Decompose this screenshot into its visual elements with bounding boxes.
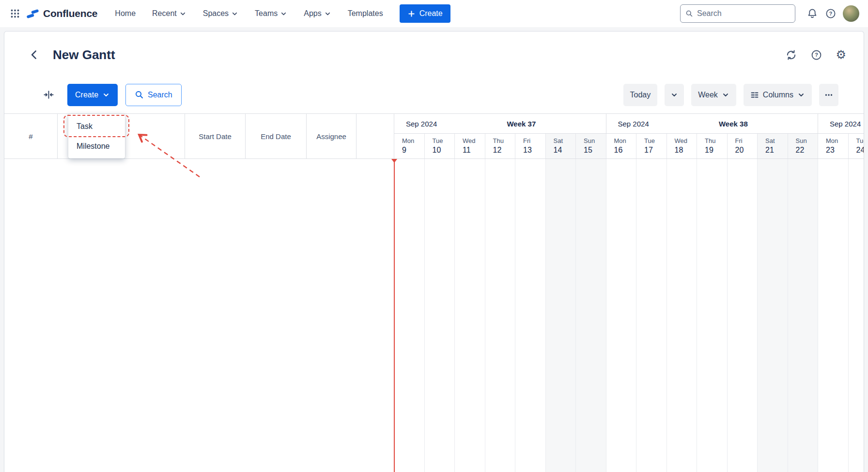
search-icon <box>685 9 693 18</box>
view-mode-button[interactable]: Week <box>691 84 736 106</box>
help-icon: ? <box>810 49 822 61</box>
timeline-body-column <box>485 159 516 472</box>
confluence-brand[interactable]: Confluence <box>26 7 97 20</box>
chevron-down-icon <box>231 10 238 17</box>
timeline-day-mon-9: Mon9 <box>394 134 425 158</box>
timeline-day-row: Mon9Tue10Wed11Thu12Fri13Sat14Sun15Mon16T… <box>394 134 864 159</box>
nav-item-templates[interactable]: Templates <box>348 9 383 18</box>
page-header: New Gantt ? ⚙ <box>4 44 864 65</box>
search-button-label: Search <box>148 91 172 99</box>
more-options-button[interactable] <box>819 84 838 106</box>
column-header-assignee: Assignee <box>307 114 356 158</box>
day-number: 10 <box>433 146 455 155</box>
page-header-actions: ? ⚙ <box>785 49 846 61</box>
day-name: Wed <box>675 137 697 144</box>
day-name: Thu <box>493 137 515 144</box>
day-name: Tue <box>644 137 666 144</box>
day-number: 12 <box>493 146 515 155</box>
collapse-columns-button[interactable] <box>38 84 59 106</box>
timeline-week-label: Week 38 <box>649 120 818 128</box>
nav-item-label: Templates <box>348 9 383 18</box>
timeline-day-wed-18: Wed18 <box>667 134 698 158</box>
nav-item-home[interactable]: Home <box>115 9 136 18</box>
timeline-day-mon-16: Mon16 <box>606 134 637 158</box>
timeline-month-label: Sep 2024 <box>406 120 437 128</box>
timeline-month-label: Sep 2024 <box>618 120 649 128</box>
day-name: Tue <box>433 137 455 144</box>
day-name: Fri <box>735 137 758 144</box>
search-icon <box>135 90 144 99</box>
day-number: 9 <box>402 146 424 155</box>
navigate-dropdown-button[interactable] <box>665 84 684 106</box>
timeline-body-column <box>455 159 485 472</box>
gantt-toolbar: Create Search Today Week Columns <box>4 83 864 106</box>
day-name: Fri <box>523 137 545 144</box>
nav-item-teams[interactable]: Teams <box>255 9 287 18</box>
create-button-label: Create <box>419 9 443 18</box>
timeline-body-column <box>636 159 667 472</box>
timeline-day-tue-17: Tue17 <box>636 134 667 158</box>
timeline-week-group: Sep 2024Week 38 <box>606 114 819 133</box>
timeline-body-column <box>697 159 728 472</box>
grid-header-columns: #Start DateEnd DateAssignee <box>4 114 394 159</box>
timeline-body-column <box>394 159 425 472</box>
collapse-columns-icon <box>43 89 54 100</box>
timeline-body-column <box>546 159 576 472</box>
back-button[interactable] <box>27 47 42 63</box>
search-tasks-button[interactable]: Search <box>125 84 182 106</box>
global-search-field[interactable] <box>680 4 795 23</box>
day-number: 13 <box>523 146 545 155</box>
day-number: 15 <box>584 146 606 155</box>
today-marker-line <box>394 159 395 472</box>
columns-label: Columns <box>763 91 793 99</box>
day-number: 19 <box>705 146 727 155</box>
settings-button[interactable]: ⚙ <box>836 49 846 61</box>
column-header-start-date: Start Date <box>185 114 246 158</box>
create-menu: TaskMilestone <box>68 114 125 158</box>
menu-item-milestone[interactable]: Milestone <box>68 136 125 156</box>
page-help-button[interactable]: ? <box>810 49 822 61</box>
columns-list-icon <box>750 91 759 99</box>
user-avatar[interactable] <box>843 5 859 22</box>
day-name: Mon <box>826 137 848 144</box>
notifications-button[interactable] <box>803 4 822 23</box>
timeline-day-sat-14: Sat14 <box>546 134 576 158</box>
column-header-#: # <box>4 114 58 158</box>
plus-icon <box>407 10 416 18</box>
timeline-body-column <box>758 159 788 472</box>
timeline-body-column <box>606 159 637 472</box>
day-name: Mon <box>402 137 424 144</box>
global-search-input[interactable] <box>697 9 790 18</box>
day-number: 23 <box>826 146 848 155</box>
timeline-day-wed-11: Wed11 <box>455 134 485 158</box>
timeline-day-tue-10: Tue10 <box>425 134 455 158</box>
timeline-body-column <box>788 159 819 472</box>
create-item-label: Create <box>75 91 98 99</box>
create-item-button[interactable]: Create <box>67 84 118 106</box>
timeline-day-sat-21: Sat21 <box>758 134 788 158</box>
nav-item-apps[interactable]: Apps <box>304 9 331 18</box>
timeline-body-column <box>425 159 455 472</box>
today-marker-flag <box>391 159 397 163</box>
timeline-month-label: Sep 2024 <box>830 120 861 128</box>
chevron-down-icon <box>722 91 729 99</box>
toolbar-right-group: Today Week Columns <box>623 84 838 106</box>
gantt-chart-area: #Start DateEnd DateAssignee Sep 2024Week… <box>4 113 864 472</box>
chevron-left-icon <box>28 48 41 61</box>
menu-item-task[interactable]: Task <box>68 116 125 136</box>
nav-item-recent[interactable]: Recent <box>152 9 186 18</box>
view-mode-label: Week <box>698 91 718 99</box>
refresh-button[interactable] <box>785 49 797 61</box>
app-switcher-button[interactable] <box>7 5 23 22</box>
timeline-week-group: Sep 2024Week 37 <box>394 114 606 133</box>
nav-item-spaces[interactable]: Spaces <box>203 9 238 18</box>
column-header-end-date: End Date <box>246 114 307 158</box>
chevron-down-icon <box>179 10 186 17</box>
gear-icon: ⚙ <box>836 49 846 61</box>
day-number: 17 <box>644 146 666 155</box>
columns-button[interactable]: Columns <box>744 84 812 106</box>
column-header-blank-5 <box>356 114 394 158</box>
global-create-button[interactable]: Create <box>400 4 450 23</box>
today-button[interactable]: Today <box>623 84 658 106</box>
help-button[interactable]: ? <box>822 4 840 23</box>
